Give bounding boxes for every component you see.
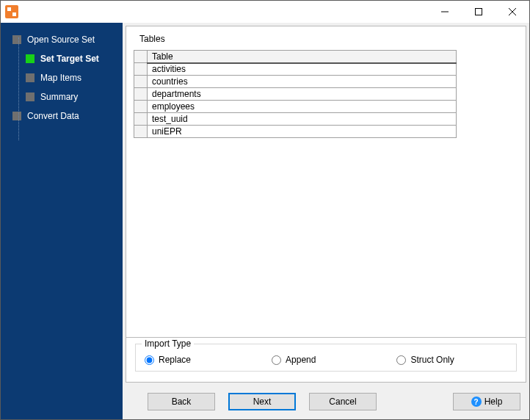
wizard-window: Open Source SetSet Target SetMap ItemsSu… [0,0,530,420]
sidebar: Open Source SetSet Target SetMap ItemsSu… [1,23,123,419]
import-type-radio-replace[interactable] [145,355,154,365]
table-row[interactable]: departments [134,88,457,101]
svg-rect-1 [476,9,482,15]
import-type-label: Append [286,355,316,365]
row-header-cell [134,88,148,101]
body: Open Source SetSet Target SetMap ItemsSu… [1,23,529,419]
table-column-header[interactable]: Table [148,51,457,63]
table-cell[interactable]: departments [148,88,457,101]
step-label: Map Items [40,73,81,83]
row-header-cell [134,126,148,138]
table-cell[interactable]: uniEPR [148,126,457,138]
back-button[interactable]: Back [148,393,215,410]
import-type-radio-struct[interactable] [396,355,406,365]
table-row[interactable]: activities [134,63,457,76]
table-cell[interactable]: test_uuid [148,113,457,126]
next-button[interactable]: Next [228,393,296,410]
table-row[interactable]: uniEPR [134,126,457,138]
tree-connector [18,37,19,140]
tables-grid[interactable]: Table activitiescountriesdepartmentsempl… [134,50,457,138]
row-header-cell [134,101,148,113]
table-cell[interactable]: countries [148,76,457,88]
table-cell[interactable]: activities [148,63,457,76]
step-label: Convert Data [27,111,79,121]
table-cell[interactable]: employees [148,101,457,113]
step-marker-icon [26,73,35,82]
import-type-replace[interactable]: Replace [145,355,191,365]
step-marker-icon [12,35,21,44]
import-type-panel: Import Type ReplaceAppendStruct Only [126,338,526,383]
help-button[interactable]: ? Help [453,393,520,410]
tables-panel: Tables Table activitiescountriesdepartme… [126,26,526,338]
row-header-cell [134,76,148,88]
import-type-legend: Import Type [142,338,194,349]
row-header-cell [134,113,148,126]
import-type-label: Struct Only [410,355,454,365]
panel-title: Tables [134,34,518,44]
window-buttons [428,1,529,23]
help-button-label: Help [484,397,503,407]
import-type-append[interactable]: Append [272,355,316,365]
step-marker-icon [26,54,35,63]
table-row[interactable]: employees [134,101,457,113]
step-label: Open Source Set [27,35,95,45]
step-label: Set Target Set [40,54,99,64]
close-button[interactable] [495,1,529,23]
cancel-button[interactable]: Cancel [309,393,377,410]
table-row[interactable]: test_uuid [134,113,457,126]
import-type-label: Replace [159,355,191,365]
step-marker-icon [12,112,21,120]
import-type-struct[interactable]: Struct Only [396,355,454,365]
minimize-button[interactable] [428,1,462,23]
button-bar: Back Next Cancel ? Help [123,385,529,419]
step-marker-icon [26,93,35,101]
app-icon [5,5,18,18]
titlebar [1,1,529,23]
help-icon: ? [471,397,482,407]
maximize-button[interactable] [462,1,495,23]
import-type-radio-append[interactable] [272,355,281,365]
corner-cell [134,51,148,63]
table-row[interactable]: countries [134,76,457,88]
main-area: Tables Table activitiescountriesdepartme… [123,23,529,419]
step-label: Summary [40,92,78,102]
row-header-cell [134,63,148,76]
